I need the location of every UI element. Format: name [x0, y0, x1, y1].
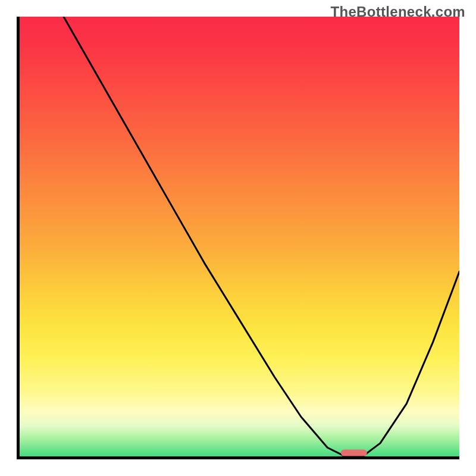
watermark-text: TheBottleneck.com [331, 4, 465, 20]
plot-frame [17, 17, 459, 459]
bottleneck-chart: TheBottleneck.com [0, 0, 476, 476]
bottleneck-curve [20, 17, 459, 456]
optimal-marker [340, 450, 367, 456]
